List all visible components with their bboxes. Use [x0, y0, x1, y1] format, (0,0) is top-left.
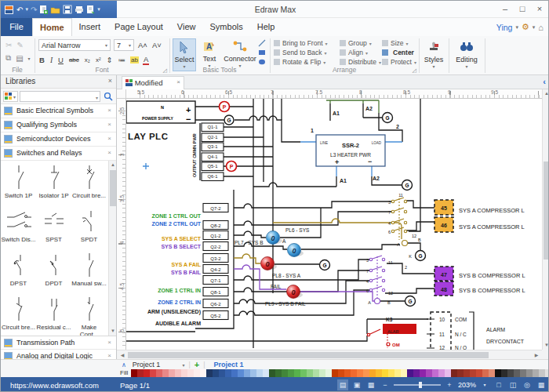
- palette-swatch[interactable]: [501, 369, 507, 377]
- size-button[interactable]: Size▾: [382, 38, 416, 48]
- palette-swatch[interactable]: [169, 369, 175, 377]
- search-icon[interactable]: [104, 92, 113, 101]
- canvas-vertical-scrollbar[interactable]: ▲ ▼: [542, 89, 549, 350]
- palette-swatch[interactable]: [482, 369, 489, 377]
- palette-swatch[interactable]: [307, 369, 313, 377]
- subscript-button[interactable]: x₂: [84, 56, 91, 64]
- page-caret-icon[interactable]: ▾: [182, 362, 184, 368]
- palette-swatch[interactable]: [394, 369, 401, 377]
- palette-swatch[interactable]: [256, 369, 263, 377]
- arrange-dialog-launcher-icon[interactable]: ◿: [413, 67, 416, 74]
- symbol-dpst[interactable]: DPST: [1, 249, 36, 292]
- decrease-font-icon[interactable]: A˅: [151, 41, 162, 49]
- alarm-dry-contact[interactable]: 10 11 12 COM N / C N / O ALARM DRYCONTAC…: [427, 312, 525, 350]
- library-close-icon[interactable]: ×: [107, 107, 111, 114]
- tab-home[interactable]: Home: [32, 18, 72, 36]
- bullet-list-button[interactable]: ≔: [118, 56, 127, 64]
- palette-swatch[interactable]: [526, 369, 533, 377]
- editing-button[interactable]: Editing: [449, 56, 484, 64]
- symbol-dpdt[interactable]: DPDT: [36, 249, 71, 292]
- symbol-circuit-breaker[interactable]: Circuit bre...: [71, 161, 107, 204]
- library-item-transmission-path[interactable]: Transmission Path×: [1, 336, 116, 350]
- palette-swatch[interactable]: [376, 369, 382, 377]
- palette-swatch[interactable]: [363, 369, 369, 377]
- sys-a-terminal-box[interactable]: 45 46: [434, 200, 453, 232]
- symbol-switch-disconnector[interactable]: Switch Dis...: [1, 205, 36, 248]
- palette-swatch[interactable]: [445, 369, 451, 377]
- line-spacing-button[interactable]: ⇕: [106, 56, 114, 64]
- library-close-icon[interactable]: ×: [107, 339, 111, 346]
- document-close-icon[interactable]: ×: [176, 78, 180, 85]
- palette-swatch[interactable]: [507, 369, 514, 377]
- document-tab-modified[interactable]: Modified ×: [122, 76, 184, 89]
- scroll-down-icon[interactable]: ▼: [109, 327, 117, 336]
- group-button[interactable]: Group▾: [340, 38, 381, 48]
- palette-swatch[interactable]: [144, 369, 150, 377]
- palette-swatch[interactable]: [213, 369, 219, 377]
- symbol-spdt[interactable]: SPDT: [71, 205, 107, 248]
- library-close-icon[interactable]: ×: [107, 149, 111, 156]
- palette-swatch[interactable]: [294, 369, 300, 377]
- print-icon[interactable]: [75, 5, 84, 14]
- font-color-button[interactable]: A: [143, 55, 149, 65]
- palette-swatch[interactable]: [225, 369, 231, 377]
- bring-to-front-button[interactable]: Bring to Front▾: [274, 38, 328, 48]
- underline-button[interactable]: U: [57, 56, 64, 64]
- palette-swatch[interactable]: [457, 369, 464, 377]
- close-button[interactable]: ×: [531, 1, 548, 18]
- bold-button[interactable]: B: [38, 56, 45, 64]
- edrawsoft-url[interactable]: https://www.edrawsoft.com: [10, 381, 99, 390]
- tab-file[interactable]: File: [1, 18, 32, 36]
- library-close-icon[interactable]: ×: [107, 352, 111, 359]
- undo-caret-icon[interactable]: ▾: [25, 6, 28, 13]
- library-item-qualifying[interactable]: Qualifying Symbols×: [1, 118, 116, 132]
- app-logo-icon[interactable]: [4, 5, 14, 15]
- palette-swatch[interactable]: [514, 369, 520, 377]
- ssr2-box[interactable]: LINE LOAD SSR-2 L3 HEATER PWR + −: [316, 135, 385, 166]
- palette-swatch[interactable]: [219, 369, 225, 377]
- q-terminal-column-1[interactable]: Q1-1 Q2-1 Q3-1 Q4-1 Q5-1 Q6-1: [202, 123, 224, 181]
- power-supply-box[interactable]: N POWER SUPPLY + −: [126, 101, 195, 124]
- palette-swatch[interactable]: [545, 369, 549, 377]
- palette-swatch[interactable]: [244, 369, 250, 377]
- palette-swatch[interactable]: [369, 369, 376, 377]
- normal-view-button[interactable]: ▤: [337, 379, 348, 390]
- k3-relay[interactable]: K3 ALAR OM: [367, 317, 416, 348]
- palette-swatch[interactable]: [401, 369, 407, 377]
- add-page-button[interactable]: +: [195, 360, 199, 369]
- paste-icon[interactable]: ▤: [16, 54, 23, 63]
- zoom-level[interactable]: 203%: [458, 381, 476, 389]
- redo-icon[interactable]: ↷: [31, 5, 37, 14]
- palette-swatch[interactable]: [131, 369, 137, 377]
- ellipse-shape-icon[interactable]: [258, 58, 266, 66]
- font-name-select[interactable]: Arial Narrow▾: [38, 39, 111, 51]
- palette-swatch[interactable]: [413, 369, 420, 377]
- scroll-down-icon[interactable]: ▼: [543, 341, 549, 350]
- palette-swatch[interactable]: [238, 369, 244, 377]
- styles-button[interactable]: Styles: [420, 56, 448, 64]
- gear-caret-icon[interactable]: ▾: [533, 24, 536, 31]
- open-folder-icon[interactable]: [50, 5, 60, 14]
- palette-swatch[interactable]: [162, 369, 169, 377]
- library-picker-button[interactable]: ▾: [3, 91, 18, 102]
- palette-swatch[interactable]: [288, 369, 294, 377]
- scroll-thumb[interactable]: [128, 352, 489, 358]
- send-to-back-button[interactable]: Send to Back▾: [274, 48, 328, 57]
- library-search-input[interactable]: ▾: [20, 91, 100, 102]
- palette-swatch[interactable]: [263, 369, 269, 377]
- zoom-in-button[interactable]: +: [444, 379, 455, 390]
- palette-swatch[interactable]: [382, 369, 388, 377]
- rectangle-shape-icon[interactable]: [258, 49, 266, 56]
- palette-swatch[interactable]: [539, 369, 545, 377]
- symbol-switch-1p[interactable]: Switch 1P: [1, 161, 36, 204]
- palette-swatch[interactable]: [313, 369, 319, 377]
- zoom-caret-icon[interactable]: ▾: [479, 379, 490, 390]
- palette-swatch[interactable]: [357, 369, 363, 377]
- palette-swatch[interactable]: [181, 369, 187, 377]
- active-page-tab[interactable]: Project 1: [214, 361, 244, 368]
- palette-swatch[interactable]: [250, 369, 256, 377]
- palette-swatch[interactable]: [464, 369, 470, 377]
- palette-swatch[interactable]: [451, 369, 457, 377]
- strikethrough-button[interactable]: abc: [68, 56, 80, 64]
- palette-swatch[interactable]: [300, 369, 307, 377]
